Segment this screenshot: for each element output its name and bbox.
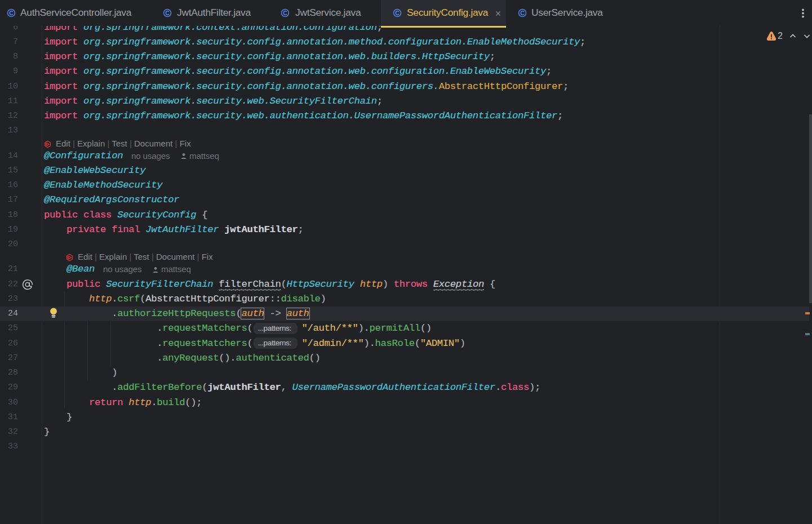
- svg-text:C: C: [520, 10, 525, 16]
- svg-text:C: C: [165, 10, 170, 16]
- svg-text:C: C: [9, 10, 14, 16]
- svg-text:C: C: [283, 10, 287, 16]
- svg-text:C: C: [395, 10, 400, 16]
